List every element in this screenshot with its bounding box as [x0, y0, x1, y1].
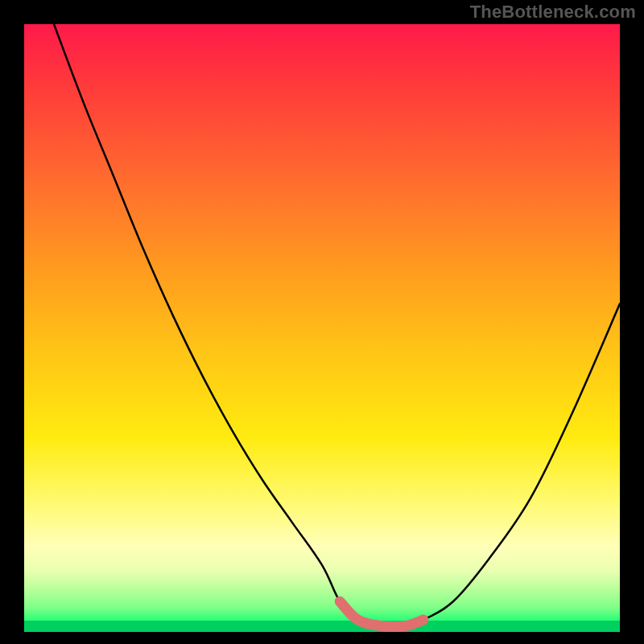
chart-frame: TheBottleneck.com	[0, 0, 644, 644]
curve-layer	[24, 24, 620, 632]
bottleneck-curve-path	[54, 24, 620, 626]
optimal-zone-highlight	[340, 601, 423, 626]
plot-area	[24, 24, 620, 632]
watermark-text: TheBottleneck.com	[470, 2, 636, 23]
